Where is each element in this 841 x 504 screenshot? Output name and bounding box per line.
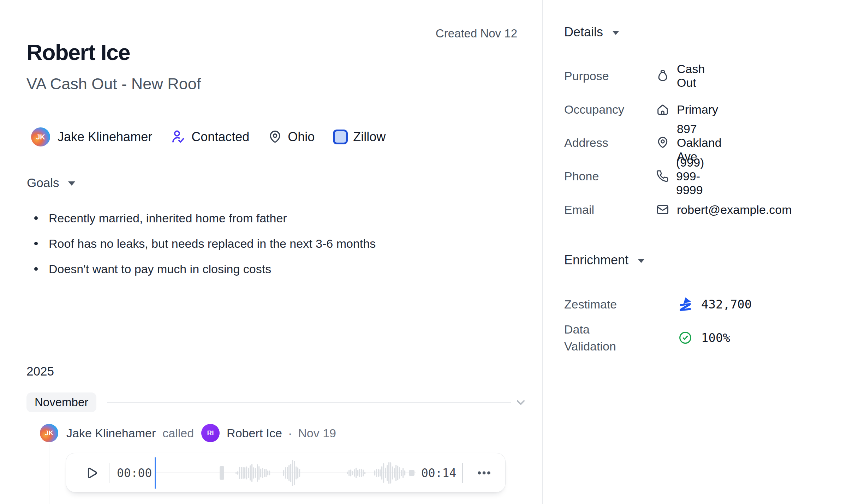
field-label: Email	[564, 201, 594, 218]
call-target[interactable]: Robert Ice	[227, 426, 282, 440]
audio-player: 00:00 00:14	[66, 453, 506, 492]
duration-time: 00:14	[421, 453, 456, 493]
current-time: 00:00	[117, 453, 152, 493]
avatar-initials: JK	[45, 429, 53, 437]
ellipsis-icon	[476, 465, 492, 481]
location-label: Ohio	[288, 130, 315, 144]
play-button[interactable]	[78, 460, 104, 486]
chevron-down-icon[interactable]	[514, 395, 528, 409]
separator-dot: ·	[288, 426, 292, 440]
zillow-badge-icon	[333, 130, 348, 144]
lead-detail-page: Created Nov 12 Robert Ice VA Cash Out - …	[0, 0, 841, 504]
playhead-cursor[interactable]	[155, 457, 156, 489]
timeline-connector-line	[49, 444, 49, 504]
field-label: Zestimate	[564, 296, 617, 313]
status-label: Contacted	[191, 130, 249, 144]
timeline-year: 2025	[26, 364, 54, 378]
field-value: Cash Out	[677, 62, 705, 90]
field-value: Primary	[677, 103, 718, 116]
call-action: called	[162, 426, 194, 440]
phone-icon	[656, 170, 669, 182]
dropdown-triangle-icon	[638, 259, 645, 263]
contact-attribute-row: JK Jake Klinehamer Contacted	[31, 127, 386, 147]
check-circle-icon	[678, 331, 693, 345]
zillow-logo-icon	[678, 297, 693, 312]
avatar[interactable]: JK	[31, 127, 50, 146]
main-column: Created Nov 12 Robert Ice VA Cash Out - …	[0, 0, 543, 504]
call-event-row: JK Jake Klinehamer called RI Robert Ice …	[40, 424, 336, 442]
page-title: Robert Ice	[26, 40, 130, 65]
field-value: 100%	[701, 331, 730, 345]
player-menu-button[interactable]	[471, 460, 497, 486]
dropdown-triangle-icon	[612, 31, 619, 35]
avatar[interactable]: JK	[40, 424, 58, 442]
field-label: Purpose	[564, 67, 609, 84]
goals-label: Goals	[27, 176, 59, 190]
field-label: Phone	[564, 168, 599, 185]
map-pin-icon	[268, 130, 282, 144]
lead-subtitle: VA Cash Out - New Roof	[26, 75, 201, 93]
money-bag-icon	[656, 69, 669, 83]
avatar-initials: RI	[207, 429, 214, 437]
call-actor[interactable]: Jake Klinehamer	[66, 426, 156, 440]
field-value: 432,700	[701, 297, 752, 311]
player-divider	[109, 463, 109, 483]
field-label: Occupancy	[564, 101, 624, 118]
dropdown-triangle-icon	[68, 181, 75, 186]
enrichment-section-toggle[interactable]: Enrichment	[564, 253, 645, 268]
goal-item: Doesn't want to pay much in closing cost…	[26, 261, 485, 277]
source-chip: Zillow	[333, 130, 386, 144]
house-icon	[656, 103, 669, 116]
field-label: Data Validation	[564, 321, 616, 355]
player-divider	[462, 463, 463, 483]
user-check-icon	[171, 129, 186, 145]
month-divider-line	[107, 402, 511, 403]
goals-section-toggle[interactable]: Goals	[27, 176, 75, 190]
details-section-toggle[interactable]: Details	[564, 25, 619, 40]
created-date: Created Nov 12	[436, 27, 517, 40]
details-sidebar: Details Purpose Cash Out Occupancy	[543, 0, 841, 504]
call-date: Nov 19	[298, 426, 336, 440]
map-pin-icon	[656, 136, 669, 149]
goal-item: Recently married, inherited home from fa…	[26, 210, 485, 226]
enrichment-label: Enrichment	[564, 253, 628, 268]
goals-list: Recently married, inherited home from fa…	[26, 210, 485, 287]
avatar-initials: JK	[36, 133, 45, 141]
mail-icon	[656, 203, 669, 216]
details-label: Details	[564, 25, 603, 40]
field-label: Address	[564, 134, 608, 151]
location-chip: Ohio	[268, 130, 315, 144]
waveform[interactable]	[155, 457, 418, 489]
month-chip[interactable]: November	[26, 392, 96, 412]
field-value: robert@example.com	[677, 203, 792, 217]
goal-item: Roof has no leaks, but needs replaced in…	[26, 236, 485, 252]
field-value: (999) 999-9999	[676, 156, 705, 197]
avatar[interactable]: RI	[201, 424, 220, 442]
source-label: Zillow	[353, 130, 386, 144]
play-icon	[83, 465, 99, 481]
timeline-month-row[interactable]: November	[26, 392, 528, 412]
owner-name[interactable]: Jake Klinehamer	[58, 130, 152, 144]
status-chip: Contacted	[171, 129, 249, 145]
